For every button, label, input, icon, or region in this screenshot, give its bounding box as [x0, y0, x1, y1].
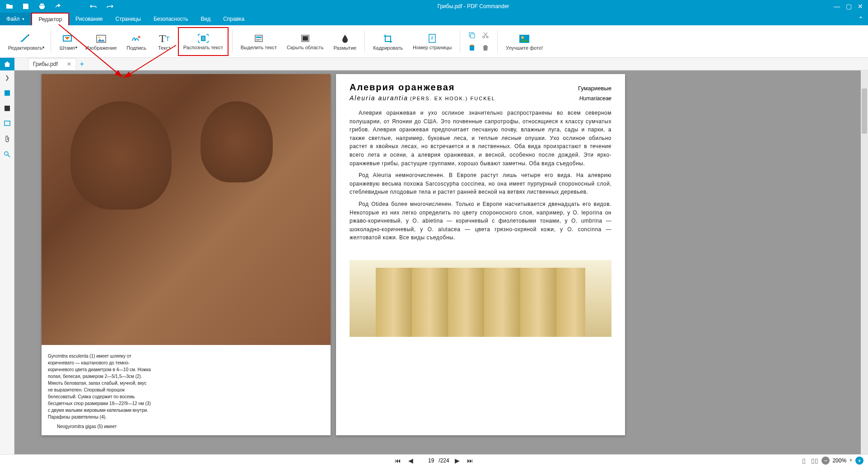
family-name: Гумариевые: [578, 85, 611, 92]
document-tab[interactable]: Грибы.pdf ✕: [28, 58, 76, 70]
svg-point-17: [521, 36, 524, 39]
svg-point-2: [98, 37, 100, 38]
home-tab[interactable]: [0, 58, 14, 70]
left-page-caption: Gyromitra esculenta (1) имеет шляпку от …: [42, 347, 159, 435]
image-icon: [94, 33, 108, 45]
text-icon: TT: [157, 33, 172, 45]
undo-icon[interactable]: [89, 2, 98, 10]
tool-pagenum[interactable]: # Номер страницы: [408, 27, 456, 56]
view-double-icon[interactable]: ▯▯: [811, 457, 819, 465]
enhance-photo-icon: [517, 33, 532, 45]
svg-rect-20: [5, 121, 10, 126]
scroll-thumb[interactable]: [862, 89, 867, 134]
bookmarks-icon[interactable]: [2, 103, 13, 114]
svg-rect-18: [5, 90, 10, 96]
zoom-in-icon[interactable]: +: [855, 457, 863, 465]
stamp-icon: [60, 33, 75, 45]
menu-view[interactable]: Вид: [194, 13, 217, 25]
menu-drawing[interactable]: Рисование: [69, 13, 109, 25]
mushroom-illustration: [42, 74, 331, 345]
close-tab-icon[interactable]: ✕: [67, 61, 71, 67]
expand-sidebar-icon[interactable]: ❯: [2, 72, 13, 83]
menu-editor[interactable]: Редактор: [31, 13, 69, 25]
tool-crop[interactable]: Кадрировать: [369, 27, 407, 56]
blur-icon: [338, 33, 352, 45]
zoom-level: 200%: [832, 457, 846, 464]
species-title: Алеврия оранжевая: [350, 82, 455, 93]
page-right: Алеврия оранжевая Гумариевые Aleuria aur…: [336, 74, 625, 435]
svg-point-12: [483, 36, 485, 38]
prev-page-icon[interactable]: ◀: [406, 457, 415, 464]
tool-edit[interactable]: Редактировать ▼: [4, 27, 47, 56]
attachments-icon[interactable]: [2, 134, 13, 144]
page-total: /224: [439, 457, 449, 464]
menu-pages[interactable]: Страницы: [109, 13, 147, 25]
redo-icon[interactable]: [106, 2, 114, 10]
print-icon[interactable]: [38, 2, 46, 10]
save-icon[interactable]: [22, 2, 30, 10]
chevron-down-icon: ▼: [75, 46, 78, 50]
svg-rect-15: [471, 45, 473, 46]
share-icon[interactable]: [54, 2, 62, 10]
delete-icon[interactable]: [480, 42, 491, 53]
add-tab-icon[interactable]: +: [80, 60, 84, 68]
thumbnails-icon[interactable]: [2, 88, 13, 98]
svg-rect-11: [471, 34, 475, 38]
pagenum-icon: #: [425, 32, 439, 45]
latin-name: Aleuria aurantia: [350, 94, 408, 102]
collapse-ribbon-icon[interactable]: ⌃: [858, 15, 863, 23]
family-latin: Humariaceae: [579, 95, 611, 102]
tool-text[interactable]: TT Текст: [152, 27, 177, 56]
crop-icon: [381, 33, 395, 45]
edit-icon: [18, 33, 33, 45]
signature-icon: [129, 33, 144, 45]
latin-author: (PERS. EX HOOK.) FUCKEL: [410, 96, 495, 101]
comments-icon[interactable]: [2, 118, 13, 129]
window-title: Грибы.pdf - PDF Commander: [114, 3, 833, 9]
highlight-icon: [252, 32, 266, 45]
tool-stamp[interactable]: Штамп ▼: [55, 27, 80, 56]
svg-rect-4: [255, 35, 262, 42]
last-page-icon[interactable]: ⏭: [465, 457, 475, 464]
chevron-down-icon: ▼: [42, 46, 45, 50]
zoom-out-icon[interactable]: −: [821, 457, 830, 465]
article-body: Алеврия оранжевая и ухо ослиное значител…: [350, 109, 611, 242]
tool-enhance[interactable]: Улучшите фото!: [501, 27, 547, 56]
page-left: Gyromitra esculenta (1) имеет шляпку от …: [42, 74, 331, 435]
paste-icon[interactable]: [467, 42, 477, 53]
tool-signature[interactable]: Подпись: [122, 27, 151, 56]
next-page-icon[interactable]: ▶: [453, 457, 462, 464]
svg-point-21: [5, 152, 8, 155]
copy-icon[interactable]: [467, 30, 477, 41]
svg-text:#: #: [431, 36, 434, 41]
tool-ocr[interactable]: Распознать текст: [178, 27, 229, 56]
close-icon[interactable]: ✕: [856, 2, 864, 10]
tool-hide[interactable]: Скрыть область: [282, 27, 328, 56]
search-icon[interactable]: [2, 149, 13, 160]
minimize-icon[interactable]: —: [833, 2, 841, 10]
svg-rect-5: [256, 37, 261, 38]
ocr-icon: [196, 32, 210, 45]
zoom-dropdown-icon[interactable]: ▼: [849, 458, 853, 462]
open-icon[interactable]: [5, 2, 14, 10]
menu-file[interactable]: Файл ▼: [0, 13, 31, 25]
tool-image[interactable]: Изображение: [81, 27, 121, 56]
tool-highlight[interactable]: Выделить текст: [236, 27, 281, 56]
vertical-scrollbar[interactable]: [861, 70, 868, 454]
aleuria-illustration: [350, 260, 611, 337]
svg-rect-19: [5, 106, 10, 111]
maximize-icon[interactable]: ▢: [845, 2, 853, 10]
view-single-icon[interactable]: ▯: [800, 457, 808, 465]
first-page-icon[interactable]: ⏮: [393, 457, 403, 464]
menu-security[interactable]: Безопасность: [147, 13, 195, 25]
cut-icon[interactable]: [480, 30, 491, 41]
hide-area-icon: [298, 32, 313, 45]
svg-point-13: [486, 36, 488, 38]
page-input[interactable]: [419, 457, 435, 465]
svg-rect-7: [303, 36, 308, 41]
menu-help[interactable]: Справка: [217, 13, 251, 25]
document-tab-label: Грибы.pdf: [33, 61, 58, 67]
tool-blur[interactable]: Размытие: [329, 27, 361, 56]
